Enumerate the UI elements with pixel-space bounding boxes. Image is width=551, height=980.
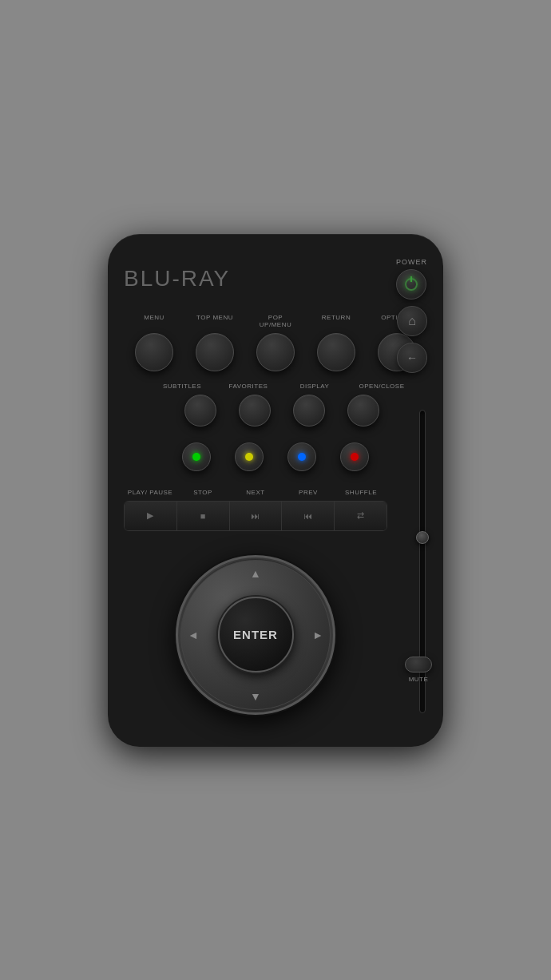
shuffle-button[interactable]: ⇄ (335, 502, 386, 530)
blue-dot (298, 453, 306, 461)
enter-button[interactable]: ENTER (218, 597, 294, 673)
green-dot (192, 453, 200, 461)
dpad-outer: ▲ ▼ ◄ ► ENTER (176, 555, 335, 715)
favorites-button[interactable] (239, 395, 271, 427)
power-section: POWER (396, 258, 427, 300)
stop-label: STOP (176, 489, 229, 496)
mute-label: MUTE (409, 676, 429, 683)
brand-title: BLU-RAY (124, 266, 230, 292)
transport-labels: PLAY/ PAUSE STOP NEXT PREV SHUFFLE (124, 489, 387, 496)
mute-button[interactable] (405, 657, 432, 673)
back-icon: ← (406, 351, 418, 364)
prev-button[interactable]: ⏮ (282, 502, 335, 530)
top-menu-button[interactable] (196, 333, 234, 371)
stop-icon: ■ (200, 511, 206, 521)
shuffle-label: SHUFFLE (335, 489, 387, 496)
dpad-down-button[interactable]: ▼ (250, 690, 261, 703)
menu-button[interactable] (135, 333, 173, 371)
row2-buttons (124, 395, 427, 427)
red-dot (351, 453, 359, 461)
open-close-label: OPEN/CLOSE (359, 383, 403, 390)
next-button[interactable]: ⏭ (230, 502, 283, 530)
power-button[interactable] (396, 269, 426, 300)
green-button[interactable] (182, 442, 211, 471)
blue-button[interactable] (287, 442, 316, 471)
power-icon (405, 278, 418, 291)
row2-labels: SUBTITLES FAVORITES DISPLAY OPEN/CLOSE (124, 383, 427, 390)
return-label: RETURN (312, 314, 360, 328)
transport-section: PLAY/ PAUSE STOP NEXT PREV SHUFFLE ▶ ■ ⏭… (124, 489, 427, 531)
next-label: NEXT (229, 489, 282, 496)
prev-label: PREV (282, 489, 335, 496)
next-icon: ⏭ (251, 511, 260, 521)
display-label: DISPLAY (293, 383, 337, 390)
yellow-dot (245, 453, 253, 461)
row1-section: MENU TOP MENU POP UP/MENU RETURN OPTIONS (124, 314, 427, 371)
transport-bar: ▶ ■ ⏭ ⏮ ⇄ (124, 501, 387, 531)
popup-menu-button[interactable] (256, 333, 295, 371)
dpad-left-button[interactable]: ◄ (188, 629, 199, 641)
home-button[interactable]: ⌂ (397, 306, 427, 336)
yellow-button[interactable] (235, 442, 264, 471)
header: BLU-RAY POWER (124, 258, 427, 300)
prev-icon: ⏮ (303, 511, 312, 521)
volume-slider-thumb[interactable] (416, 531, 429, 544)
row2-section: SUBTITLES FAVORITES DISPLAY OPEN/CLOSE (124, 383, 427, 427)
remote-control: BLU-RAY POWER ⌂ ← MENU TOP MENU POP UP/M… (108, 234, 443, 747)
row1-labels: MENU TOP MENU POP UP/MENU RETURN OPTIONS (124, 314, 427, 328)
favorites-label: FAVORITES (227, 383, 271, 390)
play-pause-button[interactable]: ▶ (125, 502, 177, 530)
return-button[interactable] (317, 333, 355, 371)
dpad-right-button[interactable]: ► (312, 629, 323, 641)
display-button[interactable] (293, 395, 325, 427)
shuffle-icon: ⇄ (357, 510, 364, 521)
play-pause-label: PLAY/ PAUSE (124, 489, 176, 496)
red-button[interactable] (340, 442, 369, 471)
mute-section: MUTE (405, 657, 432, 683)
color-buttons-section (124, 442, 427, 471)
enter-label: ENTER (233, 628, 278, 641)
subtitles-button[interactable] (184, 395, 216, 427)
home-icon: ⌂ (408, 314, 416, 328)
top-menu-label: TOP MENU (191, 314, 239, 328)
dpad-section: ▲ ▼ ◄ ► ENTER (124, 555, 427, 715)
play-pause-icon: ▶ (147, 510, 153, 521)
open-close-button[interactable] (347, 395, 379, 427)
dpad-up-button[interactable]: ▲ (250, 567, 261, 580)
row1-buttons (124, 333, 427, 371)
subtitles-label: SUBTITLES (161, 383, 204, 390)
back-button[interactable]: ← (397, 343, 427, 373)
popup-menu-label: POP UP/MENU (252, 314, 299, 328)
menu-label: MENU (130, 314, 178, 328)
stop-button[interactable]: ■ (177, 502, 230, 530)
header-right: POWER (396, 258, 427, 300)
power-label: POWER (396, 258, 427, 266)
